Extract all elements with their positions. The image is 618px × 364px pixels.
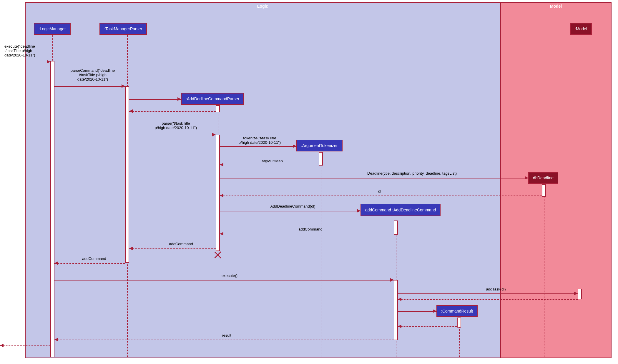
arrow-m4-head — [293, 144, 296, 148]
msg-addcommand-2: addCommand — [159, 242, 203, 246]
deadline-activation — [542, 184, 546, 197]
arrow-create-commandresult-head — [433, 309, 436, 313]
argument-tokenizer-lifeline — [321, 152, 321, 357]
arrow-create-parser-return — [129, 111, 216, 112]
model-lifeline — [580, 35, 580, 357]
arrow-m11-head — [54, 261, 58, 265]
arrow-m11 — [54, 263, 125, 264]
arrow-m10-head — [129, 247, 133, 250]
task-manager-parser-box: :TaskManagerParser — [99, 23, 147, 35]
arrow-m2 — [54, 86, 125, 87]
add-deadline-command-parser-box: :AddDedlineCommandParser — [181, 93, 244, 105]
model-activation — [578, 289, 582, 299]
arrow-m5-head — [220, 163, 223, 166]
addcmd-activation-1 — [394, 221, 398, 235]
msg-execute: execute("deadline t/taskTitle p/high dat… — [4, 44, 63, 57]
arrow-commandresult-return-head — [398, 325, 401, 328]
msg-result: result — [212, 333, 241, 338]
parser-activation-1 — [216, 105, 220, 112]
msg-addcommand-1: addCommand — [288, 227, 333, 231]
arrow-create-parser-return-head — [129, 109, 133, 113]
deadline-lifeline — [544, 184, 544, 357]
model-frame-title: Model — [547, 3, 565, 9]
msg-parsecommand: parseCommand("deadline t/taskTitle p/hig… — [59, 68, 127, 81]
arrow-m3-head — [212, 133, 216, 136]
msg-addtask: addTask(dl) — [474, 287, 518, 291]
addcmd-activation-2 — [394, 280, 398, 340]
deadline-box: dl:Deadline — [528, 172, 558, 184]
arrow-m6-head — [525, 176, 528, 180]
arrow-final-return — [0, 345, 50, 346]
arrow-m13 — [398, 293, 578, 294]
model-box: :Model — [570, 23, 592, 35]
tokenizer-activation — [319, 152, 323, 166]
arrow-m5 — [220, 165, 319, 165]
arrow-m12 — [54, 280, 394, 280]
arrow-m9-head — [220, 232, 223, 236]
logic-manager-activation — [50, 61, 54, 357]
msg-dl: dl — [371, 189, 388, 193]
arrow-m9 — [220, 234, 394, 234]
arrow-m13-head — [574, 292, 578, 295]
arrow-m13-return-head — [398, 298, 401, 301]
arrow-m6 — [220, 178, 528, 178]
arrow-m10 — [129, 248, 216, 249]
msg-argmultimap: argMultiMap — [250, 159, 294, 163]
destroy-icon — [213, 251, 222, 259]
msg-adddeadlinecommand: AddDeadlineCommand(dl) — [256, 204, 330, 208]
logic-frame-title: Logic — [254, 3, 271, 9]
arrow-m8-head — [357, 209, 360, 213]
arrow-m1-head — [47, 60, 50, 64]
arrow-m13-return — [398, 299, 578, 300]
arrow-commandresult-return — [398, 326, 457, 327]
arrow-create-parser — [129, 99, 181, 100]
arrow-m7 — [220, 196, 542, 196]
arrow-create-parser-head — [177, 97, 181, 101]
msg-addcommand-3: addCommand — [72, 256, 116, 261]
arrow-m7-head — [220, 194, 223, 197]
arrow-m1 — [0, 62, 50, 62]
arrow-m8 — [220, 211, 360, 211]
arrow-create-commandresult — [398, 311, 436, 312]
parser-activation-2 — [216, 135, 220, 251]
msg-parse: parse("t/taskTitle p/high date/2020-10-1… — [140, 121, 212, 130]
commandresult-activation — [457, 318, 461, 328]
logic-manager-box: :LogicManager — [34, 23, 71, 35]
arrow-m2-head — [122, 84, 125, 88]
logic-frame: Logic — [25, 2, 500, 358]
arrow-final-return-head — [0, 344, 4, 347]
command-result-box: :CommandResult — [436, 305, 478, 317]
task-manager-parser-activation — [125, 86, 129, 263]
arrow-m14-head — [54, 338, 58, 341]
msg-deadline: Deadline(title, description, priority, d… — [338, 171, 486, 176]
arrow-m4 — [220, 146, 296, 147]
msg-tokenize: tokenize("t/taskTitle p/high date/2020-1… — [224, 136, 296, 145]
add-deadline-command-box: addCommand :AddDeadlineCommand — [360, 204, 441, 216]
arrow-m14 — [54, 340, 394, 340]
arrow-m12-head — [390, 278, 394, 282]
msg-execute2: execute() — [212, 273, 247, 278]
arrow-m3 — [129, 135, 216, 135]
argument-tokenizer-box: :ArgumentTokenizer — [296, 140, 343, 151]
